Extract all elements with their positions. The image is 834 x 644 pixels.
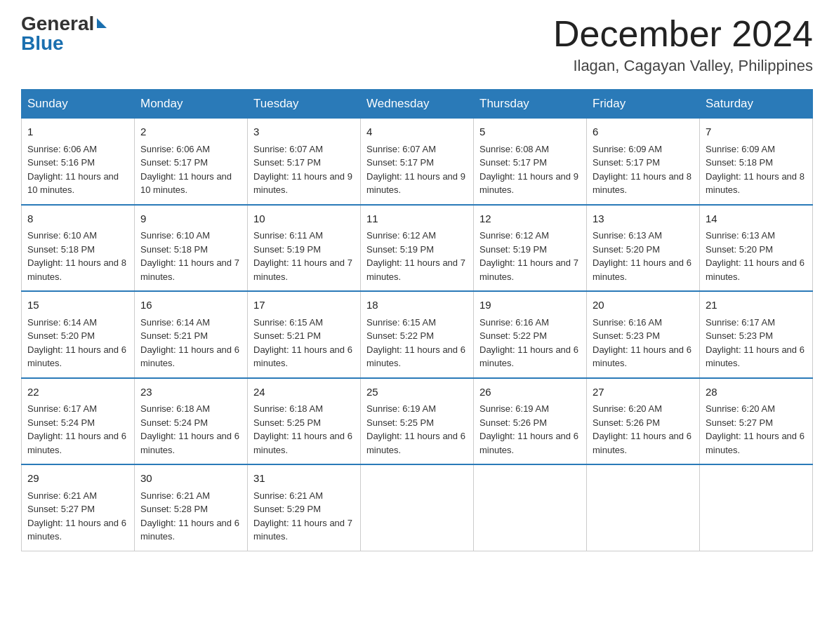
calendar-cell: 30Sunrise: 6:21 AMSunset: 5:28 PMDayligh… xyxy=(135,464,248,551)
calendar-cell: 23Sunrise: 6:18 AMSunset: 5:24 PMDayligh… xyxy=(135,378,248,465)
weekday-header-monday: Monday xyxy=(135,90,248,119)
calendar-week-row: 22Sunrise: 6:17 AMSunset: 5:24 PMDayligh… xyxy=(22,378,813,465)
calendar-cell: 19Sunrise: 6:16 AMSunset: 5:22 PMDayligh… xyxy=(474,291,587,378)
day-number: 22 xyxy=(27,384,128,401)
weekday-header-friday: Friday xyxy=(587,90,700,119)
title-section: December 2024 Ilagan, Cagayan Valley, Ph… xyxy=(553,14,813,75)
calendar-cell: 13Sunrise: 6:13 AMSunset: 5:20 PMDayligh… xyxy=(587,205,700,292)
calendar-cell: 1Sunrise: 6:06 AMSunset: 5:16 PMDaylight… xyxy=(22,119,135,205)
day-number: 6 xyxy=(593,124,694,140)
calendar-cell: 15Sunrise: 6:14 AMSunset: 5:20 PMDayligh… xyxy=(22,291,135,378)
calendar-cell: 18Sunrise: 6:15 AMSunset: 5:22 PMDayligh… xyxy=(361,291,474,378)
day-number: 2 xyxy=(140,124,241,140)
calendar-cell: 3Sunrise: 6:07 AMSunset: 5:17 PMDaylight… xyxy=(248,119,361,205)
weekday-header-tuesday: Tuesday xyxy=(248,90,361,119)
calendar-cell: 20Sunrise: 6:16 AMSunset: 5:23 PMDayligh… xyxy=(587,291,700,378)
day-number: 18 xyxy=(366,297,468,314)
calendar-cell: 9Sunrise: 6:10 AMSunset: 5:18 PMDaylight… xyxy=(135,205,248,292)
day-number: 5 xyxy=(479,124,581,140)
calendar-cell: 27Sunrise: 6:20 AMSunset: 5:26 PMDayligh… xyxy=(587,378,700,465)
day-number: 1 xyxy=(27,124,128,140)
day-number: 3 xyxy=(253,124,355,140)
day-number: 31 xyxy=(253,471,355,487)
weekday-header-thursday: Thursday xyxy=(474,90,587,119)
calendar-header-row: SundayMondayTuesdayWednesdayThursdayFrid… xyxy=(22,90,813,119)
logo: General Blue xyxy=(21,14,107,53)
calendar-cell: 6Sunrise: 6:09 AMSunset: 5:17 PMDaylight… xyxy=(587,119,700,205)
day-number: 17 xyxy=(253,297,355,314)
calendar-cell xyxy=(587,464,700,551)
logo-general-text: General xyxy=(21,14,94,34)
day-number: 10 xyxy=(253,211,355,227)
day-number: 30 xyxy=(140,471,241,487)
day-number: 29 xyxy=(27,471,128,487)
month-title: December 2024 xyxy=(553,14,813,54)
day-number: 21 xyxy=(706,297,807,314)
logo-blue-text: Blue xyxy=(21,34,64,53)
day-number: 4 xyxy=(366,124,468,140)
calendar-cell: 11Sunrise: 6:12 AMSunset: 5:19 PMDayligh… xyxy=(361,205,474,292)
calendar-cell xyxy=(474,464,587,551)
day-number: 16 xyxy=(140,297,241,314)
calendar-cell xyxy=(361,464,474,551)
calendar-cell: 22Sunrise: 6:17 AMSunset: 5:24 PMDayligh… xyxy=(22,378,135,465)
calendar-cell: 4Sunrise: 6:07 AMSunset: 5:17 PMDaylight… xyxy=(361,119,474,205)
day-number: 7 xyxy=(706,124,807,140)
calendar-cell: 29Sunrise: 6:21 AMSunset: 5:27 PMDayligh… xyxy=(22,464,135,551)
day-number: 9 xyxy=(140,211,241,227)
day-number: 11 xyxy=(366,211,468,227)
calendar-cell xyxy=(700,464,813,551)
day-number: 27 xyxy=(593,384,694,401)
day-number: 25 xyxy=(366,384,468,401)
calendar-cell: 5Sunrise: 6:08 AMSunset: 5:17 PMDaylight… xyxy=(474,119,587,205)
calendar-cell: 25Sunrise: 6:19 AMSunset: 5:25 PMDayligh… xyxy=(361,378,474,465)
day-number: 19 xyxy=(479,297,581,314)
calendar-cell: 21Sunrise: 6:17 AMSunset: 5:23 PMDayligh… xyxy=(700,291,813,378)
calendar-cell: 8Sunrise: 6:10 AMSunset: 5:18 PMDaylight… xyxy=(22,205,135,292)
weekday-header-wednesday: Wednesday xyxy=(361,90,474,119)
calendar-table: SundayMondayTuesdayWednesdayThursdayFrid… xyxy=(21,89,813,551)
day-number: 23 xyxy=(140,384,241,401)
day-number: 13 xyxy=(593,211,694,227)
page-header: General Blue December 2024 Ilagan, Cagay… xyxy=(21,14,813,75)
day-number: 26 xyxy=(479,384,581,401)
calendar-cell: 16Sunrise: 6:14 AMSunset: 5:21 PMDayligh… xyxy=(135,291,248,378)
calendar-week-row: 8Sunrise: 6:10 AMSunset: 5:18 PMDaylight… xyxy=(22,205,813,292)
day-number: 20 xyxy=(593,297,694,314)
logo-triangle-icon xyxy=(97,18,107,28)
day-number: 12 xyxy=(479,211,581,227)
day-number: 14 xyxy=(706,211,807,227)
calendar-cell: 12Sunrise: 6:12 AMSunset: 5:19 PMDayligh… xyxy=(474,205,587,292)
calendar-cell: 26Sunrise: 6:19 AMSunset: 5:26 PMDayligh… xyxy=(474,378,587,465)
calendar-cell: 31Sunrise: 6:21 AMSunset: 5:29 PMDayligh… xyxy=(248,464,361,551)
calendar-cell: 2Sunrise: 6:06 AMSunset: 5:17 PMDaylight… xyxy=(135,119,248,205)
day-number: 8 xyxy=(27,211,128,227)
location-title: Ilagan, Cagayan Valley, Philippines xyxy=(553,57,813,75)
weekday-header-saturday: Saturday xyxy=(700,90,813,119)
calendar-cell: 24Sunrise: 6:18 AMSunset: 5:25 PMDayligh… xyxy=(248,378,361,465)
calendar-cell: 17Sunrise: 6:15 AMSunset: 5:21 PMDayligh… xyxy=(248,291,361,378)
weekday-header-sunday: Sunday xyxy=(22,90,135,119)
calendar-cell: 10Sunrise: 6:11 AMSunset: 5:19 PMDayligh… xyxy=(248,205,361,292)
day-number: 28 xyxy=(706,384,807,401)
calendar-week-row: 1Sunrise: 6:06 AMSunset: 5:16 PMDaylight… xyxy=(22,119,813,205)
calendar-cell: 7Sunrise: 6:09 AMSunset: 5:18 PMDaylight… xyxy=(700,119,813,205)
calendar-week-row: 15Sunrise: 6:14 AMSunset: 5:20 PMDayligh… xyxy=(22,291,813,378)
day-number: 24 xyxy=(253,384,355,401)
calendar-cell: 28Sunrise: 6:20 AMSunset: 5:27 PMDayligh… xyxy=(700,378,813,465)
day-number: 15 xyxy=(27,297,128,314)
calendar-cell: 14Sunrise: 6:13 AMSunset: 5:20 PMDayligh… xyxy=(700,205,813,292)
calendar-week-row: 29Sunrise: 6:21 AMSunset: 5:27 PMDayligh… xyxy=(22,464,813,551)
